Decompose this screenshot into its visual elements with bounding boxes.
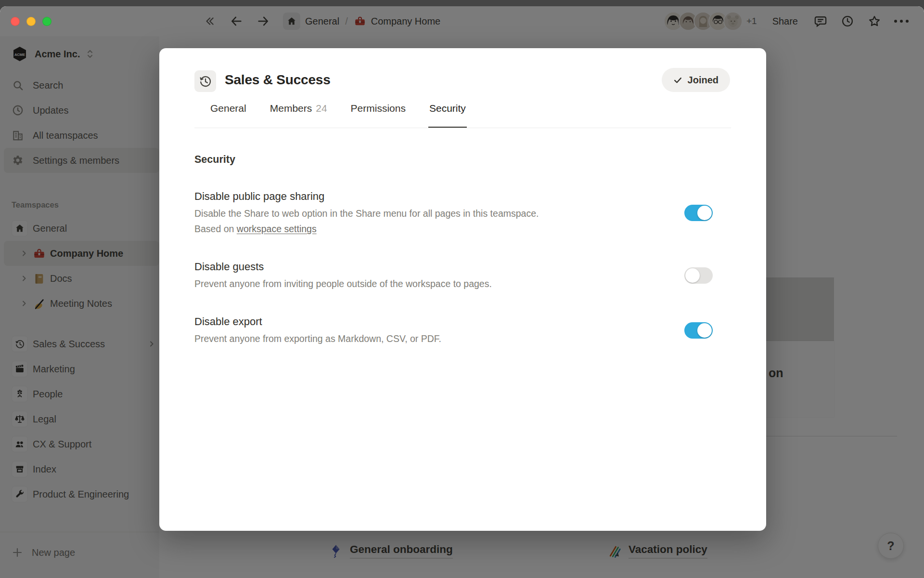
teamspace-settings-modal: Sales & Success Joined General Members24… — [159, 48, 766, 531]
app-window: General / Company Home — [0, 6, 924, 578]
tab-members[interactable]: Members24 — [269, 102, 328, 128]
joined-label: Joined — [688, 75, 719, 86]
tab-permissions[interactable]: Permissions — [350, 102, 407, 128]
setting-disable-public-sharing: Disable public page sharing Disable the … — [194, 189, 713, 236]
joined-button[interactable]: Joined — [662, 68, 730, 92]
workspace-settings-link[interactable]: workspace settings — [237, 223, 317, 234]
toggle-disable-export[interactable] — [684, 322, 713, 339]
setting-disable-export: Disable export Prevent anyone from expor… — [194, 315, 713, 346]
modal-title: Sales & Success — [225, 72, 331, 88]
toggle-knob — [685, 268, 700, 283]
history-clock-icon — [194, 70, 216, 92]
tab-security[interactable]: Security — [428, 102, 467, 128]
security-section-heading: Security — [194, 154, 235, 166]
modal-tabs: General Members24 Permissions Security — [209, 102, 467, 128]
window-controls[interactable] — [11, 17, 51, 26]
setting-disable-guests: Disable guests Prevent anyone from invit… — [194, 260, 713, 291]
setting-title: Disable public page sharing — [194, 189, 539, 204]
check-icon — [673, 76, 682, 85]
members-count: 24 — [316, 103, 327, 114]
setting-description: Disable the Share to web option in the S… — [194, 206, 539, 236]
setting-title: Disable export — [194, 315, 441, 329]
minimize-window-icon[interactable] — [26, 17, 36, 26]
toggle-knob — [697, 323, 712, 338]
setting-title: Disable guests — [194, 260, 492, 274]
security-settings-list: Disable public page sharing Disable the … — [194, 189, 713, 346]
tabs-divider — [194, 128, 731, 128]
setting-description: Prevent anyone from inviting people outs… — [194, 276, 492, 291]
toggle-disable-public-sharing[interactable] — [684, 205, 713, 221]
setting-description: Prevent anyone from exporting as Markdow… — [194, 331, 441, 346]
toggle-disable-guests[interactable] — [684, 267, 713, 284]
close-window-icon[interactable] — [11, 17, 20, 26]
tab-general[interactable]: General — [209, 102, 247, 128]
zoom-window-icon[interactable] — [42, 17, 51, 26]
toggle-knob — [697, 206, 712, 220]
